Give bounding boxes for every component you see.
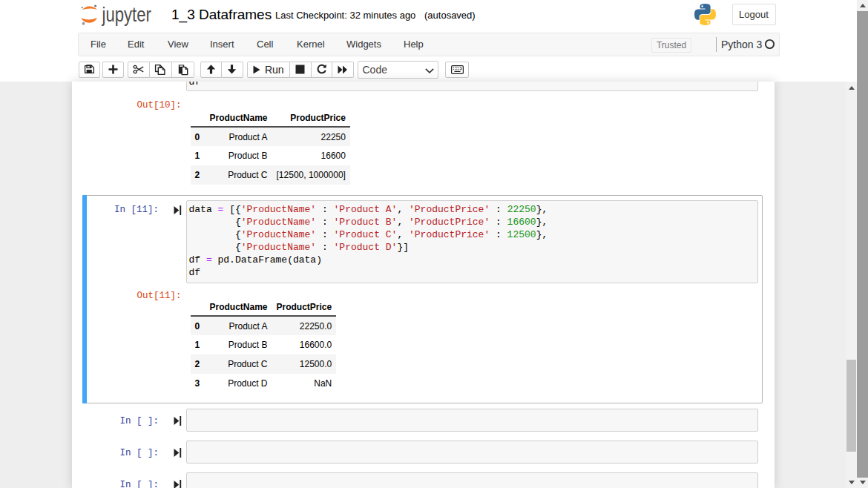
svg-text:jupyter: jupyter [102, 4, 151, 26]
